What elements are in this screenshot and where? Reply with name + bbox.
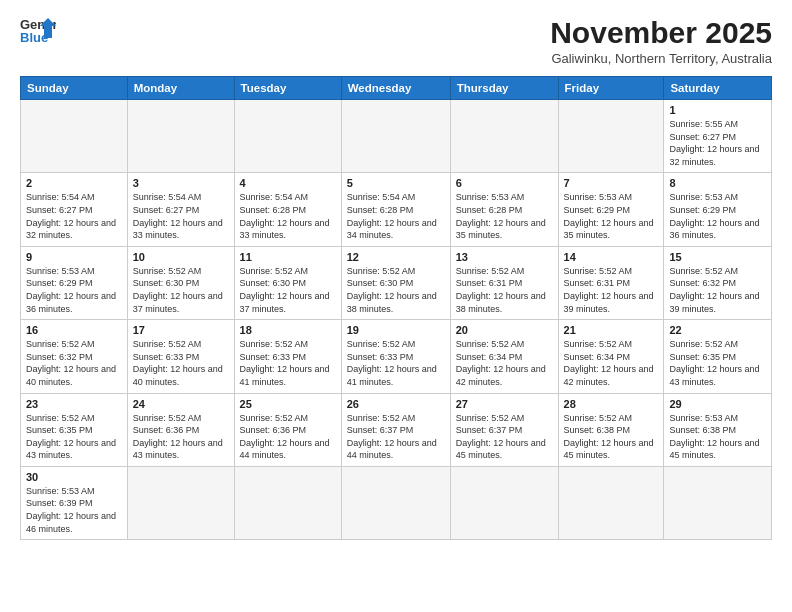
calendar-day-cell: 8Sunrise: 5:53 AM Sunset: 6:29 PM Daylig… [664,173,772,246]
title-block: November 2025 Galiwinku, Northern Territ… [550,16,772,66]
calendar-header-row: SundayMondayTuesdayWednesdayThursdayFrid… [21,77,772,100]
calendar-day-cell: 28Sunrise: 5:52 AM Sunset: 6:38 PM Dayli… [558,393,664,466]
calendar-day-cell: 21Sunrise: 5:52 AM Sunset: 6:34 PM Dayli… [558,320,664,393]
day-number: 4 [240,177,336,189]
day-info: Sunrise: 5:52 AM Sunset: 6:33 PM Dayligh… [240,338,336,388]
calendar-day-cell: 12Sunrise: 5:52 AM Sunset: 6:30 PM Dayli… [341,246,450,319]
day-info: Sunrise: 5:52 AM Sunset: 6:30 PM Dayligh… [240,265,336,315]
day-info: Sunrise: 5:52 AM Sunset: 6:37 PM Dayligh… [456,412,553,462]
day-number: 27 [456,398,553,410]
calendar-day-cell [450,100,558,173]
calendar-day-cell: 19Sunrise: 5:52 AM Sunset: 6:33 PM Dayli… [341,320,450,393]
calendar-day-cell: 6Sunrise: 5:53 AM Sunset: 6:28 PM Daylig… [450,173,558,246]
calendar-table: SundayMondayTuesdayWednesdayThursdayFrid… [20,76,772,540]
day-info: Sunrise: 5:52 AM Sunset: 6:36 PM Dayligh… [240,412,336,462]
day-number: 23 [26,398,122,410]
day-info: Sunrise: 5:52 AM Sunset: 6:30 PM Dayligh… [347,265,445,315]
logo-icon: General Blue [20,16,56,46]
day-number: 25 [240,398,336,410]
svg-text:Blue: Blue [20,30,48,45]
day-info: Sunrise: 5:52 AM Sunset: 6:38 PM Dayligh… [564,412,659,462]
calendar-day-cell: 10Sunrise: 5:52 AM Sunset: 6:30 PM Dayli… [127,246,234,319]
calendar-day-cell: 18Sunrise: 5:52 AM Sunset: 6:33 PM Dayli… [234,320,341,393]
calendar-week-row: 1Sunrise: 5:55 AM Sunset: 6:27 PM Daylig… [21,100,772,173]
day-number: 16 [26,324,122,336]
calendar-day-cell: 25Sunrise: 5:52 AM Sunset: 6:36 PM Dayli… [234,393,341,466]
calendar-day-cell: 1Sunrise: 5:55 AM Sunset: 6:27 PM Daylig… [664,100,772,173]
calendar-week-row: 23Sunrise: 5:52 AM Sunset: 6:35 PM Dayli… [21,393,772,466]
calendar-day-cell [234,100,341,173]
calendar-day-cell [558,100,664,173]
day-of-week-header: Thursday [450,77,558,100]
calendar-day-cell [341,100,450,173]
day-of-week-header: Friday [558,77,664,100]
day-info: Sunrise: 5:54 AM Sunset: 6:28 PM Dayligh… [240,191,336,241]
day-of-week-header: Wednesday [341,77,450,100]
day-info: Sunrise: 5:52 AM Sunset: 6:36 PM Dayligh… [133,412,229,462]
day-number: 29 [669,398,766,410]
day-number: 18 [240,324,336,336]
calendar-day-cell: 17Sunrise: 5:52 AM Sunset: 6:33 PM Dayli… [127,320,234,393]
day-number: 8 [669,177,766,189]
location-subtitle: Galiwinku, Northern Territory, Australia [550,51,772,66]
day-number: 6 [456,177,553,189]
calendar-day-cell: 29Sunrise: 5:53 AM Sunset: 6:38 PM Dayli… [664,393,772,466]
calendar-day-cell: 20Sunrise: 5:52 AM Sunset: 6:34 PM Dayli… [450,320,558,393]
day-info: Sunrise: 5:54 AM Sunset: 6:27 PM Dayligh… [26,191,122,241]
day-info: Sunrise: 5:53 AM Sunset: 6:28 PM Dayligh… [456,191,553,241]
day-number: 14 [564,251,659,263]
calendar-week-row: 9Sunrise: 5:53 AM Sunset: 6:29 PM Daylig… [21,246,772,319]
day-info: Sunrise: 5:55 AM Sunset: 6:27 PM Dayligh… [669,118,766,168]
day-of-week-header: Saturday [664,77,772,100]
day-info: Sunrise: 5:52 AM Sunset: 6:33 PM Dayligh… [133,338,229,388]
day-info: Sunrise: 5:52 AM Sunset: 6:34 PM Dayligh… [456,338,553,388]
day-number: 20 [456,324,553,336]
calendar-day-cell: 30Sunrise: 5:53 AM Sunset: 6:39 PM Dayli… [21,466,128,539]
day-info: Sunrise: 5:53 AM Sunset: 6:39 PM Dayligh… [26,485,122,535]
calendar-day-cell [234,466,341,539]
day-number: 21 [564,324,659,336]
day-number: 3 [133,177,229,189]
day-of-week-header: Tuesday [234,77,341,100]
day-info: Sunrise: 5:52 AM Sunset: 6:31 PM Dayligh… [564,265,659,315]
day-info: Sunrise: 5:52 AM Sunset: 6:30 PM Dayligh… [133,265,229,315]
calendar-day-cell: 3Sunrise: 5:54 AM Sunset: 6:27 PM Daylig… [127,173,234,246]
day-info: Sunrise: 5:53 AM Sunset: 6:29 PM Dayligh… [26,265,122,315]
calendar-day-cell [127,466,234,539]
day-number: 28 [564,398,659,410]
day-number: 5 [347,177,445,189]
day-info: Sunrise: 5:52 AM Sunset: 6:37 PM Dayligh… [347,412,445,462]
day-number: 19 [347,324,445,336]
day-number: 12 [347,251,445,263]
day-number: 22 [669,324,766,336]
day-of-week-header: Monday [127,77,234,100]
calendar-day-cell [341,466,450,539]
calendar-day-cell: 26Sunrise: 5:52 AM Sunset: 6:37 PM Dayli… [341,393,450,466]
calendar-day-cell: 23Sunrise: 5:52 AM Sunset: 6:35 PM Dayli… [21,393,128,466]
calendar-day-cell: 27Sunrise: 5:52 AM Sunset: 6:37 PM Dayli… [450,393,558,466]
calendar-day-cell: 16Sunrise: 5:52 AM Sunset: 6:32 PM Dayli… [21,320,128,393]
day-info: Sunrise: 5:54 AM Sunset: 6:27 PM Dayligh… [133,191,229,241]
day-number: 2 [26,177,122,189]
day-info: Sunrise: 5:52 AM Sunset: 6:35 PM Dayligh… [26,412,122,462]
logo: General Blue [20,16,56,46]
calendar-day-cell: 5Sunrise: 5:54 AM Sunset: 6:28 PM Daylig… [341,173,450,246]
day-number: 26 [347,398,445,410]
day-info: Sunrise: 5:52 AM Sunset: 6:35 PM Dayligh… [669,338,766,388]
calendar-day-cell [558,466,664,539]
page-header: General Blue November 2025 Galiwinku, No… [20,16,772,66]
calendar-day-cell: 14Sunrise: 5:52 AM Sunset: 6:31 PM Dayli… [558,246,664,319]
calendar-week-row: 30Sunrise: 5:53 AM Sunset: 6:39 PM Dayli… [21,466,772,539]
calendar-day-cell: 4Sunrise: 5:54 AM Sunset: 6:28 PM Daylig… [234,173,341,246]
day-info: Sunrise: 5:54 AM Sunset: 6:28 PM Dayligh… [347,191,445,241]
day-number: 24 [133,398,229,410]
day-info: Sunrise: 5:53 AM Sunset: 6:38 PM Dayligh… [669,412,766,462]
calendar-day-cell: 22Sunrise: 5:52 AM Sunset: 6:35 PM Dayli… [664,320,772,393]
day-info: Sunrise: 5:52 AM Sunset: 6:34 PM Dayligh… [564,338,659,388]
day-number: 9 [26,251,122,263]
day-number: 7 [564,177,659,189]
day-info: Sunrise: 5:52 AM Sunset: 6:32 PM Dayligh… [669,265,766,315]
day-of-week-header: Sunday [21,77,128,100]
day-number: 10 [133,251,229,263]
day-info: Sunrise: 5:52 AM Sunset: 6:32 PM Dayligh… [26,338,122,388]
